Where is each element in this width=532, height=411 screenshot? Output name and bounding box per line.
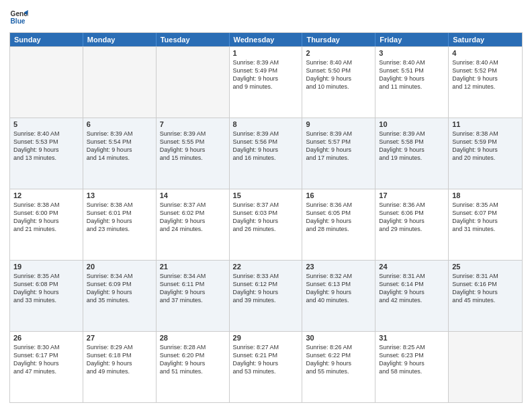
- day-number: 31: [379, 334, 445, 342]
- header: General Blue: [9, 8, 523, 27]
- cell-line: and 35 minutes.: [87, 296, 152, 304]
- day-number: 20: [87, 263, 152, 271]
- calendar-body: 1Sunrise: 8:39 AMSunset: 5:49 PMDaylight…: [10, 46, 522, 402]
- calendar: SundayMondayTuesdayWednesdayThursdayFrid…: [9, 32, 523, 403]
- cell-line: Sunrise: 8:37 AM: [233, 201, 299, 209]
- calendar-cell: 8Sunrise: 8:39 AMSunset: 5:56 PMDaylight…: [230, 118, 303, 189]
- day-number: 21: [160, 263, 226, 271]
- cell-line: Daylight: 9 hours: [306, 75, 371, 83]
- cell-line: Sunset: 6:22 PM: [306, 351, 371, 359]
- cell-line: Daylight: 9 hours: [13, 146, 79, 154]
- day-number: 6: [87, 120, 152, 128]
- cell-line: Daylight: 9 hours: [160, 288, 226, 296]
- calendar-cell: 4Sunrise: 8:40 AMSunset: 5:52 PMDaylight…: [449, 47, 522, 118]
- day-number: 2: [306, 49, 371, 57]
- cell-line: and 11 minutes.: [379, 83, 445, 91]
- cell-line: Sunset: 6:07 PM: [452, 209, 519, 217]
- cell-line: Sunset: 5:54 PM: [87, 138, 152, 146]
- cell-line: and 12 minutes.: [452, 83, 519, 91]
- day-number: 15: [233, 191, 299, 199]
- cell-line: Daylight: 9 hours: [13, 288, 79, 296]
- cell-line: Sunrise: 8:40 AM: [13, 130, 79, 138]
- cell-line: Daylight: 9 hours: [452, 288, 519, 296]
- cell-line: and 26 minutes.: [233, 225, 299, 233]
- calendar-header-cell: Sunday: [10, 33, 83, 46]
- cell-line: Sunrise: 8:37 AM: [160, 201, 226, 209]
- cell-line: Sunrise: 8:25 AM: [379, 343, 445, 351]
- cell-line: Sunset: 6:05 PM: [306, 209, 371, 217]
- cell-line: Sunrise: 8:32 AM: [306, 272, 371, 280]
- cell-line: and 16 minutes.: [233, 154, 299, 162]
- cell-line: Daylight: 9 hours: [306, 359, 371, 367]
- calendar-cell: 11Sunrise: 8:38 AMSunset: 5:59 PMDayligh…: [449, 118, 522, 189]
- day-number: 8: [233, 120, 299, 128]
- cell-line: Daylight: 9 hours: [13, 359, 79, 367]
- cell-line: Sunset: 5:55 PM: [160, 138, 226, 146]
- calendar-cell: 2Sunrise: 8:40 AMSunset: 5:50 PMDaylight…: [302, 47, 375, 118]
- calendar-cell: 7Sunrise: 8:39 AMSunset: 5:55 PMDaylight…: [157, 118, 230, 189]
- cell-line: Daylight: 9 hours: [379, 146, 445, 154]
- cell-line: and 24 minutes.: [160, 225, 226, 233]
- day-number: 12: [13, 191, 79, 199]
- day-number: 28: [160, 334, 226, 342]
- day-number: 13: [87, 191, 152, 199]
- cell-line: Daylight: 9 hours: [160, 359, 226, 367]
- calendar-row: 12Sunrise: 8:38 AMSunset: 6:00 PMDayligh…: [10, 189, 522, 260]
- cell-line: Sunrise: 8:40 AM: [452, 58, 519, 66]
- cell-line: Sunset: 6:21 PM: [233, 351, 299, 359]
- cell-line: Sunrise: 8:39 AM: [233, 58, 299, 66]
- cell-line: Sunrise: 8:28 AM: [160, 343, 226, 351]
- cell-line: Sunset: 5:53 PM: [13, 138, 79, 146]
- cell-line: Sunset: 6:11 PM: [160, 280, 226, 288]
- cell-line: Sunset: 5:52 PM: [452, 66, 519, 75]
- cell-line: Sunset: 5:56 PM: [233, 138, 299, 146]
- cell-line: Daylight: 9 hours: [233, 288, 299, 296]
- day-number: 5: [13, 120, 79, 128]
- calendar-cell: 1Sunrise: 8:39 AMSunset: 5:49 PMDaylight…: [230, 47, 303, 118]
- cell-line: Sunset: 6:16 PM: [452, 280, 519, 288]
- calendar-cell: 10Sunrise: 8:39 AMSunset: 5:58 PMDayligh…: [375, 118, 449, 189]
- cell-line: and 51 minutes.: [160, 367, 226, 375]
- svg-text:Blue: Blue: [11, 17, 26, 25]
- cell-line: Sunset: 5:59 PM: [452, 138, 519, 146]
- calendar-cell: 13Sunrise: 8:38 AMSunset: 6:01 PMDayligh…: [83, 189, 157, 260]
- cell-line: Sunrise: 8:36 AM: [379, 201, 445, 209]
- calendar-cell: 19Sunrise: 8:35 AMSunset: 6:08 PMDayligh…: [10, 261, 83, 331]
- calendar-header: SundayMondayTuesdayWednesdayThursdayFrid…: [10, 33, 522, 46]
- calendar-cell: 3Sunrise: 8:40 AMSunset: 5:51 PMDaylight…: [375, 47, 449, 118]
- cell-line: Sunset: 6:09 PM: [87, 280, 152, 288]
- cell-line: Sunrise: 8:39 AM: [233, 130, 299, 138]
- calendar-cell: 26Sunrise: 8:30 AMSunset: 6:17 PMDayligh…: [10, 332, 83, 402]
- cell-line: Daylight: 9 hours: [233, 75, 299, 83]
- calendar-cell: 31Sunrise: 8:25 AMSunset: 6:23 PMDayligh…: [375, 332, 449, 402]
- cell-line: Daylight: 9 hours: [452, 75, 519, 83]
- day-number: 24: [379, 263, 445, 271]
- day-number: 23: [306, 263, 371, 271]
- cell-line: Sunrise: 8:34 AM: [160, 272, 226, 280]
- cell-line: Sunrise: 8:34 AM: [87, 272, 152, 280]
- day-number: 10: [379, 120, 445, 128]
- calendar-cell: 17Sunrise: 8:36 AMSunset: 6:06 PMDayligh…: [375, 189, 449, 260]
- cell-line: Sunset: 6:12 PM: [233, 280, 299, 288]
- cell-line: and 39 minutes.: [233, 296, 299, 304]
- calendar-cell: 23Sunrise: 8:32 AMSunset: 6:13 PMDayligh…: [302, 261, 375, 331]
- calendar-cell: 12Sunrise: 8:38 AMSunset: 6:00 PMDayligh…: [10, 189, 83, 260]
- calendar-cell: 18Sunrise: 8:35 AMSunset: 6:07 PMDayligh…: [449, 189, 522, 260]
- day-number: 3: [379, 49, 445, 57]
- cell-line: Sunrise: 8:30 AM: [13, 343, 79, 351]
- cell-line: and 53 minutes.: [233, 367, 299, 375]
- day-number: 18: [452, 191, 519, 199]
- calendar-header-cell: Tuesday: [157, 33, 230, 46]
- cell-line: and 33 minutes.: [13, 296, 79, 304]
- day-number: 9: [306, 120, 371, 128]
- calendar-cell: 16Sunrise: 8:36 AMSunset: 6:05 PMDayligh…: [302, 189, 375, 260]
- cell-line: Daylight: 9 hours: [233, 146, 299, 154]
- cell-line: Sunset: 6:20 PM: [160, 351, 226, 359]
- cell-line: Sunset: 5:50 PM: [306, 66, 371, 75]
- cell-line: and 13 minutes.: [13, 154, 79, 162]
- cell-line: Sunrise: 8:35 AM: [13, 272, 79, 280]
- cell-line: and 29 minutes.: [379, 225, 445, 233]
- calendar-header-cell: Friday: [375, 33, 449, 46]
- day-number: 27: [87, 334, 152, 342]
- calendar-cell: 27Sunrise: 8:29 AMSunset: 6:18 PMDayligh…: [83, 332, 157, 402]
